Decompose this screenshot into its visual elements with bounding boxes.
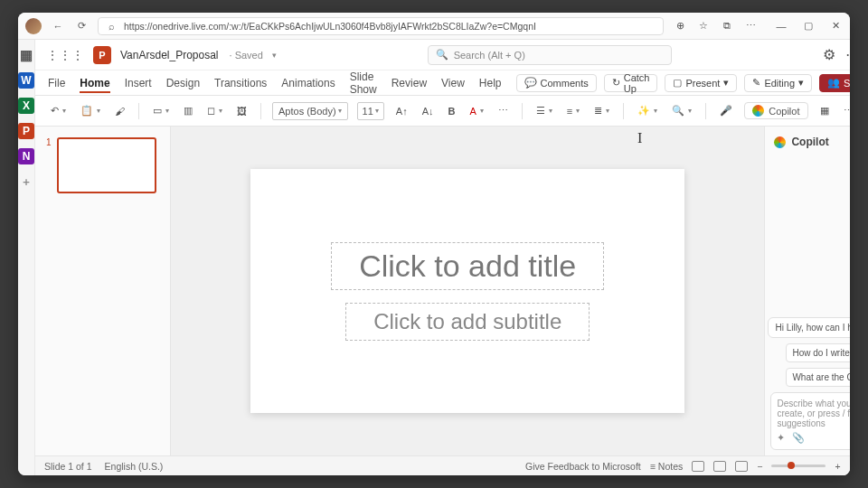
slide: Click to add title Click to add subtitle <box>250 169 684 413</box>
more-font-button[interactable]: ⋯ <box>495 103 511 118</box>
share-button[interactable]: 👥 Share ▾ <box>819 74 850 92</box>
profile-avatar-icon[interactable] <box>25 18 42 34</box>
favorite-icon[interactable]: ☆ <box>696 19 711 33</box>
copilot-greeting: Hi Lilly, how can I help get you started… <box>768 317 850 338</box>
picture-button[interactable]: 🖼 <box>234 104 250 118</box>
maximize-icon[interactable]: ▢ <box>801 19 816 33</box>
powerpoint-logo-icon: P <box>93 46 111 64</box>
paste-button[interactable]: 📋 <box>78 103 103 118</box>
tab-insert[interactable]: Insert <box>125 73 152 93</box>
tab-home[interactable]: Home <box>80 73 109 93</box>
title-bar: ⋮⋮⋮ P VanArsdel_Proposal · Saved ▾ 🔍 Sea… <box>35 40 850 70</box>
excel-icon[interactable]: X <box>18 98 34 114</box>
title-placeholder[interactable]: Click to add title <box>331 242 604 290</box>
layout-button[interactable]: ▥ <box>181 103 195 118</box>
font-color-button[interactable]: A <box>467 104 486 118</box>
slide-thumbnail-1[interactable] <box>57 137 156 193</box>
search-placeholder: Search (Alt + Q) <box>454 50 525 61</box>
tab-animations[interactable]: Animations <box>281 73 335 93</box>
undo-button[interactable]: ↶ <box>48 103 69 118</box>
document-name[interactable]: VanArsdel_Proposal <box>120 49 219 61</box>
refresh-icon[interactable]: ⟳ <box>74 19 89 33</box>
copilot-suggestion-2[interactable]: What are the OKRs this… <box>786 368 850 387</box>
font-size[interactable]: 11 <box>357 102 384 120</box>
decrease-font-button[interactable]: A↓ <box>420 104 437 118</box>
back-icon[interactable]: ← <box>51 19 65 33</box>
attach-icon[interactable]: 📎 <box>792 432 805 444</box>
reading-view-icon[interactable] <box>735 461 748 472</box>
increase-font-button[interactable]: A↑ <box>393 104 410 118</box>
font-selector[interactable]: Aptos (Body) <box>272 102 348 120</box>
search-icon: 🔍 <box>436 49 448 61</box>
more-commands-button[interactable]: ⋯ <box>841 103 851 118</box>
copilot-toolbar-button[interactable]: Copilot <box>744 102 807 119</box>
ribbon-tabs: File Home Insert Design Transitions Anim… <box>35 70 850 96</box>
align-button[interactable]: ≣ <box>591 103 612 118</box>
numbering-button[interactable]: ≡ <box>564 104 582 118</box>
normal-view-icon[interactable] <box>692 461 704 472</box>
app-launcher-icon[interactable]: ▦ <box>18 47 34 63</box>
onenote-icon[interactable]: N <box>18 148 34 164</box>
copilot-icon <box>774 136 786 148</box>
sorter-view-icon[interactable] <box>713 461 726 472</box>
browser-chrome: ← ⟳ ⌕ ⊕ ☆ ⧉ ⋯ — ▢ ✕ <box>18 13 850 40</box>
home-toolbar: ↶ 📋 🖌 ▭ ▥ ◻ 🖼 Aptos (Body) 11 A↑ A↓ B A … <box>35 96 850 127</box>
close-icon[interactable]: ✕ <box>828 19 843 33</box>
slide-thumbnails: 1 <box>35 127 171 455</box>
app-rail: ▦ W X P N ＋ <box>18 40 35 475</box>
add-app-icon[interactable]: ＋ <box>18 174 34 190</box>
doc-chevron-icon[interactable]: ▾ <box>272 51 277 60</box>
powerpoint-icon[interactable]: P <box>18 123 34 139</box>
copilot-header: Copilot <box>765 127 850 157</box>
new-slide-button[interactable]: ▭ <box>150 103 172 118</box>
designer-button[interactable]: ✨ <box>635 103 660 118</box>
zoom-slider[interactable] <box>771 465 826 467</box>
zoom-in-button[interactable]: + <box>835 461 840 472</box>
search-box[interactable]: 🔍 Search (Alt + Q) <box>428 45 672 65</box>
zoom-out-button[interactable]: − <box>757 461 762 472</box>
tab-file[interactable]: File <box>48 73 65 93</box>
addins-button[interactable]: ▦ <box>817 103 832 118</box>
subtitle-placeholder[interactable]: Click to add subtitle <box>345 303 590 341</box>
url-input[interactable] <box>124 21 657 32</box>
shapes-button[interactable]: ◻ <box>204 103 225 118</box>
bullets-button[interactable]: ☰ <box>533 103 555 118</box>
tab-transitions[interactable]: Transitions <box>214 73 267 93</box>
slide-canvas[interactable]: I Click to add title Click to add subtit… <box>171 127 764 455</box>
dictate-button[interactable]: 🎤 <box>717 103 735 118</box>
more-icon[interactable]: ⋯ <box>743 19 758 33</box>
text-cursor-icon: I <box>637 130 642 146</box>
read-aloud-icon[interactable]: ⊕ <box>673 19 687 33</box>
notes-button[interactable]: ≡ Notes <box>650 461 683 472</box>
slide-count[interactable]: Slide 1 of 1 <box>44 461 92 472</box>
catchup-button[interactable]: ↻ Catch Up <box>604 74 658 92</box>
editing-button[interactable]: ✎ Editing ▾ <box>744 74 812 92</box>
feedback-link[interactable]: Give Feedback to Microsoft <box>525 461 641 472</box>
word-icon[interactable]: W <box>18 72 34 89</box>
collections-icon[interactable]: ⧉ <box>720 19 734 33</box>
find-button[interactable]: 🔍 <box>669 103 694 118</box>
language[interactable]: English (U.S.) <box>105 461 164 472</box>
tab-slideshow[interactable]: Slide Show <box>350 67 377 99</box>
copilot-icon <box>752 105 764 117</box>
search-icon: ⌕ <box>104 19 118 33</box>
sparkle-icon[interactable]: ✦ <box>777 432 785 444</box>
format-painter-button[interactable]: 🖌 <box>112 104 127 118</box>
tab-review[interactable]: Review <box>392 73 427 93</box>
thumb-number: 1 <box>46 137 52 193</box>
minimize-icon[interactable]: — <box>774 19 788 33</box>
tab-design[interactable]: Design <box>166 73 200 93</box>
copilot-suggestion-1[interactable]: How do I write a Contoso… <box>786 343 850 362</box>
bold-button[interactable]: B <box>446 104 458 118</box>
comments-button[interactable]: 💬 Comments <box>516 74 597 92</box>
waffle-icon[interactable]: ⋮⋮⋮ <box>46 48 84 62</box>
status-bar: Slide 1 of 1 English (U.S.) Give Feedbac… <box>35 455 850 475</box>
copilot-input[interactable]: Describe what you'd like to create, or p… <box>770 392 850 450</box>
present-button[interactable]: ▢ Present ▾ <box>665 74 737 92</box>
tab-help[interactable]: Help <box>479 73 502 93</box>
save-state: · Saved <box>230 50 263 61</box>
address-bar[interactable]: ⌕ <box>98 17 664 35</box>
settings-icon[interactable]: ⚙ <box>822 48 836 62</box>
overflow-icon[interactable]: ⋯ <box>845 48 850 62</box>
tab-view[interactable]: View <box>441 73 465 93</box>
